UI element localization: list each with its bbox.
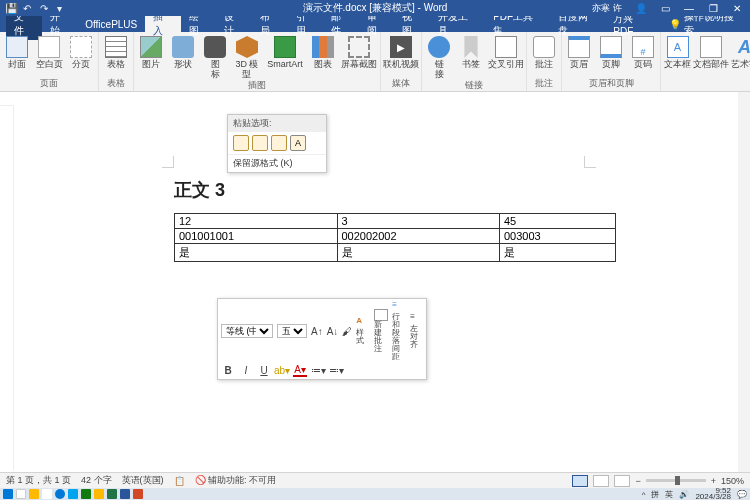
- document-area[interactable]: 粘贴选项: A 保留源格式 (K) 正文 3 12345 00100100100…: [14, 92, 750, 472]
- pagenum-button[interactable]: #页码: [629, 34, 657, 69]
- zoom-level[interactable]: 150%: [721, 476, 744, 486]
- footer-button[interactable]: 页脚: [597, 34, 625, 69]
- track-changes-icon[interactable]: 📋: [174, 476, 185, 486]
- mail-icon[interactable]: [42, 489, 52, 499]
- page-count[interactable]: 第 1 页，共 1 页: [6, 474, 71, 487]
- bullets-button[interactable]: ≔▾: [311, 363, 325, 377]
- size-select[interactable]: 五号: [277, 324, 307, 338]
- new-comment-button[interactable]: 新建 批注: [374, 309, 388, 353]
- numbering-button[interactable]: ≕▾: [329, 363, 343, 377]
- app-icon[interactable]: [68, 489, 78, 499]
- powerpoint-icon[interactable]: [133, 489, 143, 499]
- comment-button[interactable]: 批注: [530, 34, 558, 69]
- group-comments: 批注: [530, 77, 558, 91]
- document-table[interactable]: 12345 001001001002002002003003 是是是: [174, 213, 616, 262]
- ime-lang-icon[interactable]: 英: [665, 489, 673, 500]
- pic-label: 图片: [142, 59, 160, 69]
- header-button[interactable]: 页眉: [565, 34, 593, 69]
- table-button[interactable]: 表格: [102, 34, 130, 69]
- screenshot-button[interactable]: 屏幕截图: [341, 34, 377, 69]
- user-name[interactable]: 亦寒 许: [592, 2, 622, 15]
- cell[interactable]: 是: [175, 244, 338, 262]
- styles-button[interactable]: A样式: [356, 317, 370, 345]
- font-select[interactable]: 等线 (中文: [221, 324, 273, 338]
- bookmark-button[interactable]: 书签: [457, 34, 485, 69]
- grow-font-icon[interactable]: A↑: [311, 324, 323, 338]
- align-left-button[interactable]: ≡左对 齐: [410, 313, 424, 349]
- paste-text-icon[interactable]: A: [290, 135, 306, 151]
- undo-icon[interactable]: ↶: [23, 3, 34, 14]
- 3dmodel-button[interactable]: 3D 模 型: [233, 34, 261, 79]
- smartart-button[interactable]: SmartArt: [265, 34, 305, 69]
- user-avatar[interactable]: 👤: [630, 1, 652, 15]
- italic-button[interactable]: I: [239, 363, 253, 377]
- read-mode-view[interactable]: [593, 475, 609, 487]
- shrink-font-icon[interactable]: A↓: [327, 324, 339, 338]
- minimize-button[interactable]: —: [678, 1, 700, 15]
- pictures-button[interactable]: 图片: [137, 34, 165, 69]
- vertical-scrollbar[interactable]: [738, 92, 750, 472]
- cell[interactable]: 002002002: [337, 229, 500, 244]
- paste-merge-icon[interactable]: [252, 135, 268, 151]
- online-video-button[interactable]: ▶联机视频: [384, 34, 418, 69]
- word-count[interactable]: 42 个字: [81, 474, 112, 487]
- textbox-button[interactable]: A文本框: [664, 34, 691, 69]
- line-spacing-button[interactable]: ≡行和段落 间距: [392, 301, 406, 361]
- zoom-out-button[interactable]: −: [635, 476, 640, 486]
- cell[interactable]: 45: [500, 214, 616, 229]
- shapes-button[interactable]: 形状: [169, 34, 197, 69]
- search-icon[interactable]: [16, 489, 26, 499]
- cell[interactable]: 3: [337, 214, 500, 229]
- bold-button[interactable]: B: [221, 363, 235, 377]
- wordart-button[interactable]: A艺术字: [731, 34, 750, 69]
- ribbon-options-icon[interactable]: ▭: [654, 1, 676, 15]
- link-button[interactable]: 链 接: [425, 34, 453, 79]
- save-icon[interactable]: 💾: [6, 3, 17, 14]
- cell[interactable]: 003003: [500, 229, 616, 244]
- tab-officeplus[interactable]: OfficePLUS: [77, 17, 145, 32]
- word-icon[interactable]: [120, 489, 130, 499]
- zoom-slider[interactable]: [646, 479, 706, 482]
- maximize-button[interactable]: ❐: [702, 1, 724, 15]
- format-painter-icon[interactable]: 🖌: [342, 324, 352, 338]
- app-icon[interactable]: [94, 489, 104, 499]
- clock[interactable]: 9:522024/3/28: [695, 488, 731, 500]
- paste-keep-source-icon[interactable]: [233, 135, 249, 151]
- close-button[interactable]: ✕: [726, 1, 748, 15]
- cell[interactable]: 001001001: [175, 229, 338, 244]
- cell[interactable]: 12: [175, 214, 338, 229]
- paste-picture-icon[interactable]: [271, 135, 287, 151]
- excel-icon[interactable]: [107, 489, 117, 499]
- paste-keep-source[interactable]: 保留源格式 (K): [228, 154, 326, 172]
- ime-icon[interactable]: 拼: [651, 489, 659, 500]
- underline-button[interactable]: U: [257, 363, 271, 377]
- crossref-button[interactable]: 交叉引用: [489, 34, 523, 69]
- language[interactable]: 英语(英国): [122, 474, 164, 487]
- volume-icon[interactable]: 🔊: [679, 490, 689, 499]
- cell[interactable]: 是: [337, 244, 500, 262]
- cell[interactable]: 是: [500, 244, 616, 262]
- icons-button[interactable]: 图 标: [201, 34, 229, 79]
- start-button[interactable]: [3, 489, 13, 499]
- zoom-in-button[interactable]: +: [711, 476, 716, 486]
- tray-up-icon[interactable]: ^: [642, 490, 646, 499]
- font-color-button[interactable]: A▾: [293, 363, 307, 377]
- screen-label: 屏幕截图: [341, 59, 377, 69]
- redo-icon[interactable]: ↷: [40, 3, 51, 14]
- blank-page-button[interactable]: 空白页: [35, 34, 63, 69]
- cover-page-button[interactable]: 封面: [3, 34, 31, 69]
- document-heading[interactable]: 正文 3: [174, 178, 225, 202]
- web-layout-view[interactable]: [614, 475, 630, 487]
- app-icon[interactable]: [81, 489, 91, 499]
- edge-icon[interactable]: [55, 489, 65, 499]
- vertical-ruler[interactable]: [2, 106, 14, 470]
- print-layout-view[interactable]: [572, 475, 588, 487]
- accessibility[interactable]: 🚫 辅助功能: 不可用: [195, 474, 277, 487]
- chart-button[interactable]: 图表: [309, 34, 337, 69]
- quickparts-button[interactable]: 文档部件: [695, 34, 727, 69]
- explorer-icon[interactable]: [29, 489, 39, 499]
- qat-more-icon[interactable]: ▾: [57, 3, 68, 14]
- page-break-button[interactable]: 分页: [67, 34, 95, 69]
- highlight-button[interactable]: ab▾: [275, 363, 289, 377]
- notifications-icon[interactable]: 💬: [737, 490, 747, 499]
